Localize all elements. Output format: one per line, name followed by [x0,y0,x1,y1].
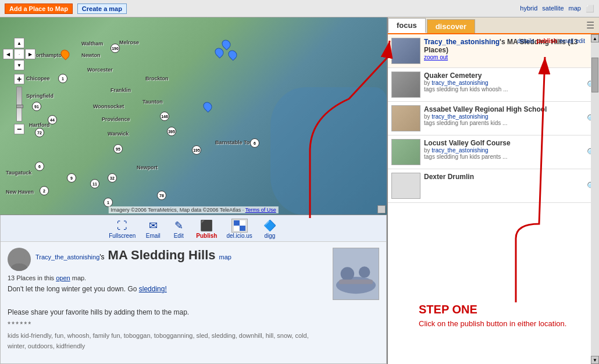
assabet-user-link[interactable]: tracy_the_astonishing [432,113,488,120]
route-shield-190: 190 [110,44,120,53]
edit-toolbar-button[interactable]: ✎ Edit [170,219,187,239]
svg-point-9 [359,266,370,278]
right-panel: focus discover ☰ Tracy_the_astonishing's… [387,17,599,364]
zoom-out-link-area: zoom out [424,54,596,60]
fullscreen-button[interactable]: ⛶ Fullscreen [109,219,136,239]
publish-link[interactable]: publish [536,38,557,44]
assabet-tags: tags sledding fun parents kids ... [424,120,596,126]
map-type-link[interactable]: map [219,254,231,260]
scroll-thumb[interactable] [591,58,598,92]
tab-focus[interactable]: focus [388,18,426,33]
create-map-button[interactable]: Create a map [77,3,127,14]
dexter-thumb [391,173,420,199]
route-shield-1: 1 [104,198,113,207]
scroll-up-button[interactable]: ▲ [591,34,599,42]
hybrid-link[interactable]: hybrid [520,5,537,13]
assabet-user: by tracy_the_astonishing [424,113,596,120]
city-label-worcester: Worcester [87,67,113,73]
map-link[interactable]: map [569,5,581,13]
avatar [8,248,31,271]
tab-menu-icon[interactable]: ☰ [582,17,599,33]
delicious-icon [231,219,248,233]
right-item-active[interactable]: Tracy_the_astonishing's MA Sledding Hill… [388,34,599,68]
city-label-warwick: Warwick [108,131,129,137]
right-item-quaker[interactable]: Quaker Cemetery by tracy_the_astonishing… [388,68,599,102]
right-scrollbar[interactable]: ▲ ▼ [591,34,599,364]
edit-icon: ✎ [170,219,187,233]
city-label-taugatuck: Taugatuck [6,170,31,176]
map-resize-handle[interactable] [377,205,386,213]
route-shield-195: 195 [192,145,201,155]
svg-rect-2 [234,226,240,231]
svg-point-7 [336,277,376,294]
route-shield-78: 78 [157,191,166,200]
publish-icon: ⬛ [198,219,215,233]
city-label-melrose: Melrose [119,40,139,45]
dexter-info: Dexter Drumlin [424,173,596,199]
assabet-info: Assabet Valley Regional High School by t… [424,105,596,131]
user-link[interactable]: Tracy_the_astonishing [35,254,99,260]
publish-toolbar-button[interactable]: ⬛ Publish [196,219,217,239]
delicious-toolbar-button[interactable]: del.icio.us [226,219,252,239]
pan-up-button[interactable]: ▲ [14,38,24,48]
add-place-button[interactable]: Add a Place to Map [5,3,73,14]
right-list: Tracy_the_astonishing's MA Sledding Hill… [388,34,599,364]
open-link[interactable]: open [56,274,70,281]
map-type-icon: ⬜ [586,5,594,13]
description-text2: Please share your favorite hills by addi… [8,297,327,317]
map-pin-3 [229,50,236,60]
locust-user-link[interactable]: tracy_the_astonishing [432,147,488,154]
sledding-link[interactable]: sledding! [139,285,167,293]
map-background: Northampton Waltham Chicopee Worcester N… [0,17,387,215]
active-item-actions: details publish email edit [518,38,586,44]
info-left: Tracy_the_astonishing's MA Sledding Hill… [8,248,327,351]
satellite-link[interactable]: satellite [542,5,564,13]
zoom-in-button[interactable]: + [14,74,24,84]
map-area[interactable]: Northampton Waltham Chicopee Worcester N… [0,17,387,215]
email-toolbar-button[interactable]: ✉ Email [145,219,161,239]
route-shield-11: 11 [90,179,99,188]
info-right [333,248,379,351]
svg-rect-3 [240,220,245,226]
app: Add a Place to Map Create a map hybrid s… [0,0,599,364]
info-thumbnail [333,248,379,300]
route-shield-2: 2 [40,186,49,195]
zoom-slider[interactable] [16,87,22,122]
pan-center-button[interactable]: · [14,49,24,59]
scroll-down-button[interactable]: ▼ [591,356,599,364]
email-link[interactable]: email [559,38,573,44]
digg-icon: 🔷 [262,219,278,233]
zoom-out-button[interactable]: − [14,124,24,134]
map-title: MA Sledding Hills [108,248,216,263]
city-label-newton: Newton [81,52,101,58]
digg-toolbar-button[interactable]: 🔷 digg [262,219,278,239]
right-item-dexter[interactable]: Dexter Drumlin 🔍 [388,169,599,203]
pan-right-button[interactable]: ▶ [25,49,35,59]
route-shield-6b: 6 [250,138,259,148]
city-label-newport: Newport [137,165,158,170]
active-user-link[interactable]: Tracy_the_astonishing [424,38,500,46]
right-item-assabet[interactable]: Assabet Valley Regional High School by t… [388,102,599,135]
route-shield-32: 32 [108,173,117,183]
city-label-woonsocket: Woonsocket [93,104,124,109]
quaker-title: Quaker Cemetery [424,72,596,80]
email-icon: ✉ [145,219,161,233]
details-link[interactable]: details [518,38,534,44]
zoom-handle[interactable] [16,105,23,108]
locust-user: by tracy_the_astonishing [424,147,596,154]
top-bar: Add a Place to Map Create a map hybrid s… [0,0,599,17]
pan-left-button[interactable]: ◀ [3,49,13,59]
tab-discover[interactable]: discover [427,19,475,33]
zoom-out-link[interactable]: zoom out [424,54,448,60]
right-item-locust[interactable]: Locust Valley Golf Course by tracy_the_a… [388,135,599,169]
quaker-user-link[interactable]: tracy_the_astonishing [432,80,488,86]
quaker-info: Quaker Cemetery by tracy_the_astonishing… [424,72,596,98]
route-shield-1b: 1 [58,74,67,83]
info-content: Tracy_the_astonishing's MA Sledding Hill… [1,242,386,357]
quaker-thumb [391,72,420,98]
svg-point-8 [341,267,354,280]
pan-down-button[interactable]: ▼ [14,60,24,70]
edit-link[interactable]: edit [576,38,585,44]
terms-link[interactable]: Terms of Use [245,207,276,213]
route-shield-9: 9 [67,173,76,183]
